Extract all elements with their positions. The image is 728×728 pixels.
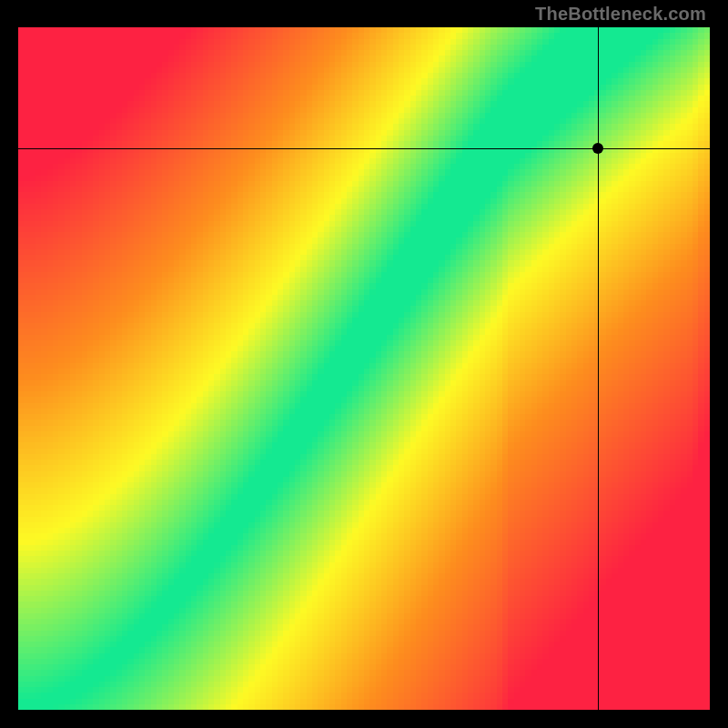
heatmap-canvas — [18, 27, 710, 710]
heatmap-plot — [18, 27, 710, 710]
watermark-text: TheBottleneck.com — [535, 4, 706, 25]
chart-container: TheBottleneck.com — [0, 0, 728, 728]
